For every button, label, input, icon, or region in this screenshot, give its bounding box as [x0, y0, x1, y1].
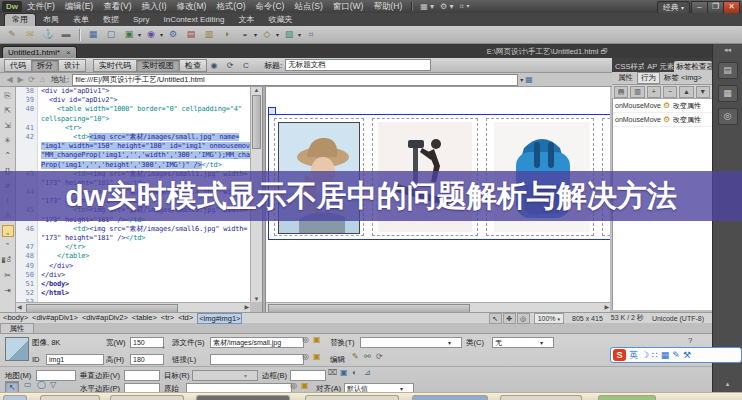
link-field[interactable]	[210, 354, 304, 365]
properties-tab[interactable]: 属性	[0, 323, 34, 333]
document-title-field[interactable]: 无标题文档	[285, 59, 431, 71]
home-icon[interactable]: ⌂	[37, 74, 48, 85]
window-size-value[interactable]: 805 x 415	[572, 315, 603, 322]
tag-crumb-5[interactable]: <td>	[178, 313, 193, 324]
document-path-tab[interactable]: E:\网页设计\手工艺\Untitled1.html 🗗	[487, 46, 608, 58]
view-options-icon[interactable]: C	[240, 60, 252, 71]
template-icon-arrow[interactable]: ▾	[298, 31, 301, 38]
constrain-icon[interactable]: °	[162, 345, 165, 355]
show-all-events-button[interactable]: ▥	[630, 86, 644, 98]
dock-collapse-icon[interactable]: ◂◂	[713, 44, 742, 56]
refresh-icon[interactable]: ⟳	[26, 74, 37, 85]
taskbar-button[interactable]	[110, 395, 184, 400]
class-dropdown-arrow[interactable]: ▾	[540, 339, 543, 346]
image-icon[interactable]: ▣	[122, 28, 136, 41]
taskbar-button[interactable]	[305, 395, 399, 400]
head-icon-arrow[interactable]: ▾	[254, 31, 257, 38]
menu-item-3[interactable]: 插入(I)	[137, 0, 172, 13]
insert-div-icon[interactable]: ▢	[104, 28, 118, 41]
show-set-events-button[interactable]: ▤	[614, 86, 628, 98]
width-field[interactable]: 150	[130, 337, 164, 348]
address-dropdown-icon[interactable]: ▾	[520, 76, 523, 83]
search-panel-icon[interactable]: ◎	[718, 108, 738, 125]
refresh-icon[interactable]: ⟳	[224, 60, 236, 71]
view-button-拆分[interactable]: 拆分	[31, 59, 59, 72]
insert-tab-0[interactable]: 常用	[4, 13, 36, 26]
apply-comment-icon[interactable]: „	[2, 225, 14, 237]
link-point-to-file-icon[interactable]: ◎	[302, 352, 309, 362]
head-icon[interactable]: ◒	[238, 28, 252, 41]
height-field[interactable]: 180	[130, 354, 164, 365]
live-button-1[interactable]: 实时视图	[136, 59, 180, 72]
taskbar-button[interactable]	[40, 395, 100, 400]
crop-icon[interactable]: ⌧	[328, 368, 337, 378]
tag-crumb-4[interactable]: <tr>	[161, 313, 174, 324]
insert-tab-5[interactable]: InContext Editing	[156, 14, 231, 26]
history-panel-icon[interactable]: ▤	[718, 62, 738, 79]
recent-snippets-icon[interactable]: ✂	[2, 270, 14, 282]
ime-lang-icon[interactable]: 英	[629, 348, 638, 362]
template-icon[interactable]: ▧	[282, 28, 296, 41]
taskbar-button[interactable]	[500, 395, 582, 400]
remove-behavior-button[interactable]: −	[663, 86, 677, 98]
move-up-button[interactable]: ▲	[679, 86, 693, 98]
expand-all-icon[interactable]: ✳	[2, 135, 14, 147]
alt-dropdown-arrow[interactable]: ▾	[448, 339, 451, 346]
design-horizontal-scrollbar[interactable]: ▶	[266, 302, 610, 312]
site-files-icon[interactable]: ⌗ ▾	[456, 2, 472, 12]
panel-tab-2[interactable]: 标签检查器	[674, 61, 712, 72]
ime-board-icon[interactable]: ▦	[661, 348, 670, 362]
menu-item-4[interactable]: 修改(M)	[172, 0, 212, 13]
tag-crumb-1[interactable]: <div#apDiv1>	[32, 313, 78, 324]
hyperlink-icon[interactable]: ✎	[5, 28, 19, 41]
taskbar-button[interactable]	[196, 395, 290, 400]
preview-check-icon[interactable]: ◉	[208, 60, 220, 71]
tag-crumb-0[interactable]: <body>	[3, 313, 28, 324]
properties-collapse-icon[interactable]: ▴	[713, 380, 742, 388]
original-browse-folder-icon[interactable]: ▣	[301, 381, 309, 391]
tag-chooser-icon[interactable]: ⌗	[304, 28, 318, 41]
address-field[interactable]: file:///E|/网页设计/手工艺/Untitled1.html	[72, 74, 518, 86]
menu-item-6[interactable]: 命令(C)	[251, 0, 290, 13]
taskbar-button[interactable]	[598, 395, 656, 400]
collapse-selection-icon[interactable]: ⇲	[2, 120, 14, 132]
forward-icon[interactable]: ▶	[15, 74, 26, 85]
indent-icon[interactable]: ⇥	[2, 285, 14, 297]
point-to-file-icon[interactable]: ◎	[302, 335, 309, 345]
sogou-logo-icon[interactable]: S	[613, 349, 626, 361]
alt-select[interactable]	[360, 337, 462, 348]
menu-item-0[interactable]: 文件(F)	[22, 0, 60, 13]
hand-tool-icon[interactable]: ✥	[503, 313, 516, 324]
tag-crumb-2[interactable]: <div#apDiv2>	[82, 313, 128, 324]
menu-item-2[interactable]: 查看(V)	[98, 0, 136, 13]
class-select[interactable]: 无	[492, 337, 554, 348]
rect-hotspot-tool[interactable]: ▭	[24, 380, 32, 390]
collapse-full-tag-icon[interactable]: ⇱	[2, 105, 14, 117]
back-icon[interactable]: ◀	[4, 74, 15, 85]
wrap-tag-icon[interactable]: �ది	[2, 255, 14, 267]
server-include-icon[interactable]: ▥	[202, 28, 216, 41]
select-parent-tag-icon[interactable]: ⌃	[2, 150, 14, 162]
insert-tab-6[interactable]: 文本	[231, 14, 261, 26]
insert-tab-4[interactable]: Spry	[126, 14, 156, 26]
original-point-to-file-icon[interactable]: ◎	[290, 381, 297, 391]
open-documents-icon[interactable]: ⎘	[2, 90, 14, 102]
table-icon[interactable]: ▦	[86, 28, 100, 41]
live-button-0[interactable]: 实时代码	[93, 59, 137, 72]
horizontal-rule-icon[interactable]: ▬	[59, 28, 73, 41]
tag-crumb-3[interactable]: <table>	[132, 313, 157, 324]
view-button-设计[interactable]: 设计	[58, 59, 86, 72]
address-grid-icon[interactable]: ▦	[525, 75, 533, 84]
ime-toolbox-icon[interactable]: ⚒	[683, 348, 691, 362]
panel-tab-0[interactable]: CSS样式	[612, 61, 644, 72]
vspace-field[interactable]	[124, 370, 160, 381]
move-down-button[interactable]: ▼	[696, 86, 710, 98]
remove-comment-icon[interactable]: ‟	[2, 240, 14, 252]
insert-tab-7[interactable]: 收藏夹	[261, 14, 299, 26]
date-icon[interactable]: ▤	[184, 28, 198, 41]
select-tool-icon[interactable]: ↖	[489, 313, 502, 324]
named-anchor-icon[interactable]: ⚓	[41, 28, 55, 41]
browse-folder-icon[interactable]: ▣	[313, 335, 321, 345]
image-icon-arrow[interactable]: ▾	[138, 31, 141, 38]
resample-icon[interactable]: ▣	[340, 368, 348, 378]
